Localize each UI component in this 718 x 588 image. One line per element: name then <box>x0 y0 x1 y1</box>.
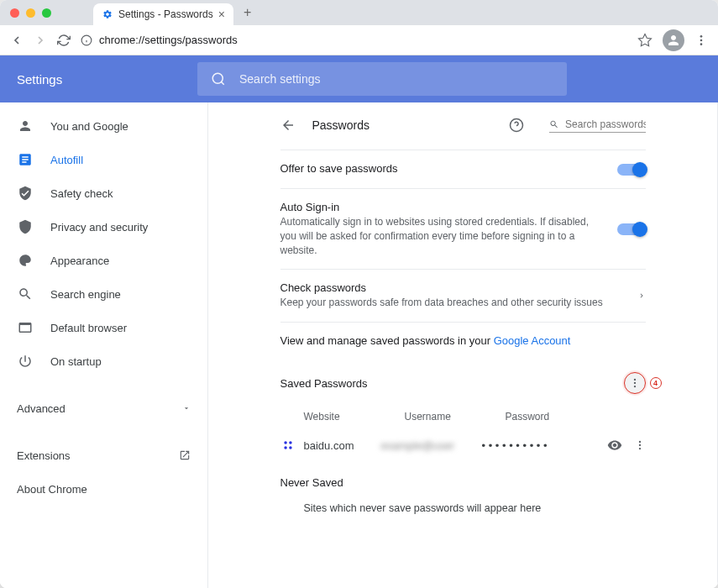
titlebar: Settings - Passwords × + <box>0 0 718 25</box>
forward-button[interactable] <box>34 34 47 47</box>
close-window-button[interactable] <box>10 8 19 18</box>
svg-point-16 <box>638 448 640 449</box>
sidebar-label: Search engine <box>50 288 121 301</box>
svg-point-4 <box>700 43 703 45</box>
maximize-window-button[interactable] <box>42 8 51 18</box>
svg-point-11 <box>289 442 292 445</box>
browser-menu-button[interactable] <box>694 34 708 47</box>
svg-point-8 <box>633 382 635 384</box>
svg-point-15 <box>638 444 640 446</box>
saved-passwords-header: Saved Passwords 4 <box>280 359 646 402</box>
baidu-favicon <box>280 438 296 453</box>
sidebar-item-appearance[interactable]: Appearance <box>0 244 207 277</box>
url-text: chrome://settings/passwords <box>99 34 238 46</box>
sidebar-item-you-and-google[interactable]: You and Google <box>0 109 207 143</box>
gear-icon <box>102 8 113 20</box>
svg-point-7 <box>633 379 635 381</box>
password-table-header: Website Username Password <box>280 402 646 431</box>
saved-passwords-more-button[interactable]: 4 <box>624 372 646 394</box>
svg-marker-1 <box>639 34 652 45</box>
main-panel: Passwords Offer to save passwords <box>208 102 718 588</box>
help-icon[interactable] <box>509 118 524 133</box>
sidebar-item-about-chrome[interactable]: About Chrome <box>0 472 207 506</box>
autofill-icon <box>17 151 34 168</box>
browser-icon <box>17 319 34 336</box>
sidebar-label: You and Google <box>50 120 128 133</box>
sidebar-label: Autofill <box>50 154 83 166</box>
more-vert-icon <box>629 377 641 389</box>
auto-signin-row: Auto Sign-in Automatically sign in to we… <box>280 188 646 269</box>
site-name[interactable]: baidu.com <box>304 439 354 452</box>
chevron-right-icon <box>637 291 646 300</box>
sidebar-label: On startup <box>50 355 102 368</box>
shield-icon <box>17 218 34 235</box>
bookmark-star-icon[interactable] <box>637 33 652 48</box>
search-passwords-input[interactable] <box>565 118 645 130</box>
svg-point-12 <box>284 446 287 449</box>
sidebar-item-autofill[interactable]: Autofill <box>0 143 207 176</box>
view-manage-text: View and manage saved passwords in your <box>280 334 494 347</box>
content-area: You and Google Autofill Safety check Pri… <box>0 102 718 588</box>
back-arrow-button[interactable] <box>280 118 296 133</box>
row-more-button[interactable] <box>634 439 646 451</box>
show-password-icon[interactable] <box>607 438 622 453</box>
offer-save-title: Offer to save passwords <box>280 162 600 175</box>
col-password: Password <box>506 411 646 423</box>
svg-point-2 <box>700 35 703 38</box>
settings-header: Settings <box>0 55 718 102</box>
sidebar-item-safety-check[interactable]: Safety check <box>0 176 207 210</box>
chevron-down-icon <box>182 404 191 412</box>
external-link-icon <box>179 449 191 461</box>
svg-point-9 <box>633 386 635 387</box>
never-saved-desc: Sites which never save passwords will ap… <box>280 502 646 514</box>
auto-signin-toggle[interactable] <box>617 223 646 235</box>
auto-signin-desc: Automatically sign in to websites using … <box>280 215 600 257</box>
sidebar-item-privacy-security[interactable]: Privacy and security <box>0 210 207 244</box>
profile-avatar[interactable] <box>663 29 684 51</box>
search-settings-input[interactable] <box>239 72 553 86</box>
google-account-link-row: View and manage saved passwords in your … <box>280 322 646 359</box>
sidebar-label: Default browser <box>50 322 127 334</box>
tab-title: Settings - Passwords <box>118 8 213 20</box>
browser-tab[interactable]: Settings - Passwords × <box>93 3 233 25</box>
check-passwords-desc: Keep your passwords safe from data breac… <box>280 296 621 310</box>
url-bar[interactable]: chrome://settings/passwords <box>81 34 627 46</box>
minimize-window-button[interactable] <box>26 8 35 18</box>
sidebar: You and Google Autofill Safety check Pri… <box>0 102 208 588</box>
svg-point-3 <box>700 39 703 41</box>
new-tab-button[interactable]: + <box>244 5 251 20</box>
about-label: About Chrome <box>17 483 87 496</box>
search-settings-field[interactable] <box>197 62 567 96</box>
traffic-lights <box>10 8 51 18</box>
power-icon <box>17 353 34 370</box>
search-passwords-field[interactable] <box>549 118 646 133</box>
sidebar-advanced[interactable]: Advanced <box>0 391 207 425</box>
reload-button[interactable] <box>57 34 71 47</box>
back-button[interactable] <box>10 34 24 47</box>
browser-window: Settings - Passwords × + chrome://settin… <box>0 0 718 588</box>
close-tab-icon[interactable]: × <box>218 8 225 21</box>
svg-point-13 <box>289 446 292 449</box>
search-icon <box>211 71 226 87</box>
never-saved-section: Never Saved Sites which never save passw… <box>280 459 646 514</box>
sidebar-item-search-engine[interactable]: Search engine <box>0 277 207 311</box>
sidebar-label: Safety check <box>50 187 113 200</box>
saved-passwords-heading: Saved Passwords <box>280 377 368 390</box>
site-info-icon <box>81 34 92 46</box>
addressbar: chrome://settings/passwords <box>0 25 718 55</box>
google-account-link[interactable]: Google Account <box>494 334 571 347</box>
password-row: baidu.com example@user • • • • • • • • •… <box>280 431 646 459</box>
sidebar-label: Appearance <box>50 255 109 267</box>
sidebar-item-on-startup[interactable]: On startup <box>0 344 207 378</box>
person-icon <box>17 118 34 134</box>
col-username: Username <box>405 411 506 423</box>
sidebar-label: Privacy and security <box>50 221 148 234</box>
sidebar-item-extensions[interactable]: Extensions <box>0 438 207 472</box>
svg-point-5 <box>212 73 223 83</box>
page-title: Passwords <box>312 118 492 132</box>
offer-save-toggle[interactable] <box>617 164 646 176</box>
sidebar-item-default-browser[interactable]: Default browser <box>0 311 207 344</box>
settings-title: Settings <box>17 72 197 87</box>
check-passwords-row[interactable]: Check passwords Keep your passwords safe… <box>280 269 646 322</box>
password-masked: • • • • • • • • • • <box>482 439 607 452</box>
